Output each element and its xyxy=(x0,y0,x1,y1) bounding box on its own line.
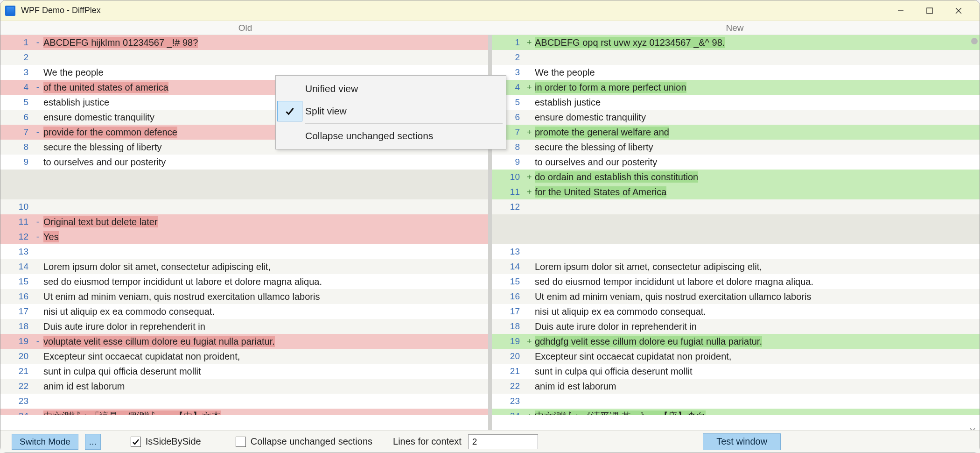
line-text: Duis aute irure dolor in reprehenderit i… xyxy=(43,319,488,334)
diff-row[interactable]: 16Ut enim ad minim veniam, quis nostrud … xyxy=(492,289,980,304)
diff-op: - xyxy=(32,214,43,229)
line-number: 10 xyxy=(0,199,32,214)
titlebar: WPF Demo - DiffPlex xyxy=(0,0,980,21)
diff-row[interactable]: 22anim id est laborum xyxy=(492,379,980,394)
diff-row[interactable] xyxy=(0,170,488,184)
diff-row[interactable]: 21sunt in culpa qui officia deserunt mol… xyxy=(492,364,980,379)
diff-row[interactable]: 23 xyxy=(492,394,980,409)
diff-row[interactable]: 10+do ordain and establish this constitu… xyxy=(492,170,980,184)
is-side-by-side-checkbox[interactable]: IsSideBySide xyxy=(131,436,201,447)
line-number: 15 xyxy=(0,274,32,289)
diff-op: + xyxy=(524,80,535,95)
more-button[interactable]: ... xyxy=(85,434,101,450)
diff-row[interactable]: 22anim id est laborum xyxy=(0,379,488,394)
diff-row[interactable]: 23 xyxy=(0,394,488,409)
diff-row[interactable]: 11+for the United States of America xyxy=(492,184,980,199)
diff-row[interactable]: 12 xyxy=(492,199,980,214)
diff-row[interactable] xyxy=(492,214,980,229)
collapse-unchanged-checkbox[interactable]: Collapse unchanged sections xyxy=(236,436,372,447)
diff-row[interactable]: 6ensure domestic tranquility xyxy=(492,110,980,125)
diff-op: + xyxy=(524,35,535,50)
line-number: 21 xyxy=(492,364,524,379)
line-text: sunt in culpa qui officia deserunt molli… xyxy=(535,364,980,379)
diff-op: + xyxy=(524,125,535,140)
diff-row[interactable]: 7+promote the general welfare and xyxy=(492,125,980,140)
diff-row[interactable]: 4+in order to form a more perfect union xyxy=(492,80,980,95)
diff-row[interactable]: 20Excepteur sint occaecat cupidatat non … xyxy=(0,349,488,364)
diff-row[interactable]: 14Lorem ipsum dolor sit amet, consectetu… xyxy=(0,259,488,274)
diff-row[interactable]: 18Duis aute irure dolor in reprehenderit… xyxy=(492,319,980,334)
line-text: 中文測試：《清平调·其一》。【唐】李白 xyxy=(535,409,980,415)
diff-row[interactable]: 8secure the blessing of liberty xyxy=(492,140,980,155)
diff-row[interactable]: 19+gdhdgfg velit esse cillum dolore eu f… xyxy=(492,334,980,349)
line-text: to ourselves and our posterity xyxy=(535,155,980,170)
diff-op: + xyxy=(524,184,535,199)
diff-row[interactable]: 10 xyxy=(0,199,488,214)
diff-row[interactable]: 5establish justice xyxy=(492,95,980,110)
line-text: anim id est laborum xyxy=(535,379,980,394)
minimize-button[interactable] xyxy=(886,1,915,20)
diff-row[interactable]: 17nisi ut aliquip ex ea commodo consequa… xyxy=(492,304,980,319)
is-side-by-side-label: IsSideBySide xyxy=(146,436,201,447)
diff-row[interactable]: 21sunt in culpa qui officia deserunt mol… xyxy=(0,364,488,379)
line-number: 14 xyxy=(0,259,32,274)
maximize-button[interactable] xyxy=(915,1,944,20)
diff-row[interactable]: 19-voluptate velit esse cillum dolore eu… xyxy=(0,334,488,349)
diff-row[interactable]: 3We the people xyxy=(492,65,980,80)
switch-mode-button[interactable]: Switch Mode xyxy=(12,434,78,450)
test-window-button[interactable]: Test window xyxy=(703,433,781,450)
menu-separator xyxy=(305,123,503,124)
diff-row[interactable]: 9to ourselves and our posterity xyxy=(492,155,980,170)
scrollbar-thumb[interactable] xyxy=(971,38,978,44)
menu-item-collapse[interactable]: Collapse unchanged sections xyxy=(277,125,504,147)
line-number: 1 xyxy=(492,35,524,50)
lines-for-context-input[interactable]: 2 xyxy=(468,434,538,449)
diff-row[interactable]: 13 xyxy=(492,244,980,259)
diff-row[interactable]: 2 xyxy=(0,50,488,65)
line-text: Ut enim ad minim veniam, quis nostrud ex… xyxy=(43,289,488,304)
window-title: WPF Demo - DiffPlex xyxy=(21,6,101,15)
line-number: 2 xyxy=(0,50,32,65)
diff-row[interactable]: 1-ABCDEFG hijklmn 01234567 _!# 98? xyxy=(0,35,488,50)
new-pane[interactable]: 1+ABCDEFG opq rst uvw xyz 01234567 _&^ 9… xyxy=(492,35,980,430)
line-number: 20 xyxy=(492,349,524,364)
scroll-down-icon[interactable] xyxy=(969,424,976,428)
line-number: 13 xyxy=(0,244,32,259)
line-number: 2 xyxy=(492,50,524,65)
column-headers: Old New xyxy=(0,21,980,35)
menu-check-split xyxy=(277,101,302,121)
line-number: 8 xyxy=(0,140,32,155)
diff-row[interactable]: 20Excepteur sint occaecat cupidatat non … xyxy=(492,349,980,364)
line-text: nisi ut aliquip ex ea commodo consequat. xyxy=(43,304,488,319)
diff-row[interactable]: 15sed do eiusmod tempor incididunt ut la… xyxy=(0,274,488,289)
diff-row[interactable]: 11-Original text but delete later xyxy=(0,214,488,229)
menu-item-unified[interactable]: Unified view xyxy=(277,78,504,100)
diff-row[interactable]: 13 xyxy=(0,244,488,259)
line-number: 11 xyxy=(492,184,524,199)
line-number: 19 xyxy=(0,334,32,349)
diff-row[interactable]: 9to ourselves and our posterity xyxy=(0,155,488,170)
diff-row[interactable]: 17nisi ut aliquip ex ea commodo consequa… xyxy=(0,304,488,319)
diff-row[interactable] xyxy=(0,184,488,199)
diff-row[interactable]: 1+ABCDEFG opq rst uvw xyz 01234567 _&^ 9… xyxy=(492,35,980,50)
diff-op: + xyxy=(524,334,535,349)
line-text: secure the blessing of liberty xyxy=(535,140,980,155)
collapse-unchanged-label: Collapse unchanged sections xyxy=(251,436,372,447)
menu-item-split[interactable]: Split view xyxy=(277,100,504,122)
checkbox-box xyxy=(131,437,141,447)
diff-op: - xyxy=(32,409,43,415)
close-button[interactable] xyxy=(944,1,973,20)
diff-row[interactable]: 24-中文測試：「這是一個測試」。【中】文本 xyxy=(0,409,488,415)
diff-row[interactable]: 12-Yes xyxy=(0,229,488,244)
diff-row[interactable]: 14Lorem ipsum dolor sit amet, consectetu… xyxy=(492,259,980,274)
line-number: 17 xyxy=(492,304,524,319)
diff-row[interactable]: 15sed do eiusmod tempor incididunt ut la… xyxy=(492,274,980,289)
line-text: do ordain and establish this constitutio… xyxy=(535,170,980,184)
diff-row[interactable] xyxy=(492,229,980,244)
diff-row[interactable]: 18Duis aute irure dolor in reprehenderit… xyxy=(0,319,488,334)
line-number: 7 xyxy=(0,125,32,140)
line-text: We the people xyxy=(535,65,980,80)
diff-row[interactable]: 16Ut enim ad minim veniam, quis nostrud … xyxy=(0,289,488,304)
diff-row[interactable]: 24+中文測試：《清平调·其一》。【唐】李白 xyxy=(492,409,980,415)
diff-row[interactable]: 2 xyxy=(492,50,980,65)
